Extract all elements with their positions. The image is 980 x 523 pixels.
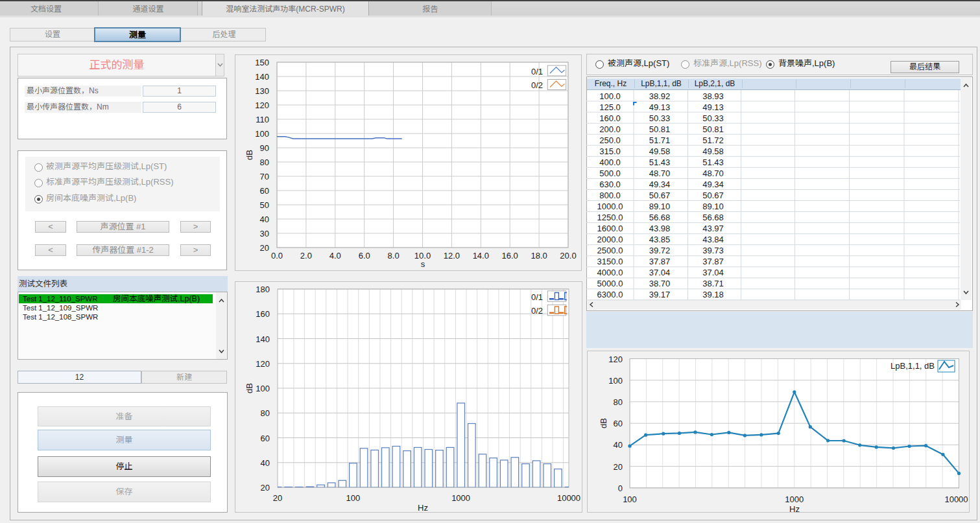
svg-text:0/1: 0/1	[531, 67, 543, 76]
svg-text:80: 80	[261, 408, 270, 418]
svg-text:20.0: 20.0	[560, 251, 576, 261]
svg-text:20: 20	[273, 493, 282, 503]
svg-text:14.0: 14.0	[473, 251, 489, 261]
svg-text:50: 50	[260, 200, 269, 210]
svg-text:80: 80	[260, 157, 269, 167]
svg-text:dB: dB	[245, 150, 254, 160]
svg-text:20: 20	[261, 483, 270, 493]
svg-text:0.0: 0.0	[271, 251, 283, 261]
svg-text:2.0: 2.0	[300, 251, 312, 261]
svg-text:140: 140	[255, 72, 269, 82]
svg-text:0/1: 0/1	[531, 292, 543, 302]
svg-text:18.0: 18.0	[531, 251, 547, 261]
svg-text:60: 60	[614, 419, 623, 428]
svg-text:dB: dB	[245, 383, 254, 393]
svg-text:1000: 1000	[451, 493, 470, 503]
svg-text:100: 100	[623, 494, 637, 504]
svg-text:140: 140	[256, 334, 270, 344]
svg-text:10000: 10000	[557, 493, 580, 503]
svg-text:s: s	[421, 259, 425, 269]
svg-text:100: 100	[608, 376, 623, 386]
svg-text:30: 30	[260, 229, 269, 238]
svg-text:120: 120	[256, 359, 270, 369]
svg-text:Hz: Hz	[789, 504, 800, 513]
svg-text:0/2: 0/2	[531, 80, 543, 90]
svg-text:40: 40	[261, 458, 270, 468]
svg-text:100: 100	[255, 129, 269, 139]
svg-text:70: 70	[260, 172, 269, 181]
svg-text:100: 100	[346, 493, 360, 503]
svg-text:120: 120	[608, 354, 623, 364]
svg-text:20: 20	[260, 243, 269, 253]
svg-text:0: 0	[618, 483, 623, 493]
svg-text:160: 160	[256, 309, 270, 319]
svg-text:60: 60	[261, 434, 270, 443]
svg-text:150: 150	[255, 58, 269, 67]
svg-text:4.0: 4.0	[329, 251, 341, 261]
svg-text:40: 40	[260, 215, 269, 224]
svg-text:110: 110	[256, 115, 269, 124]
svg-text:12.0: 12.0	[444, 251, 460, 261]
svg-text:120: 120	[255, 100, 269, 110]
svg-text:6.0: 6.0	[359, 251, 370, 261]
svg-text:16.0: 16.0	[502, 251, 518, 261]
svg-text:60: 60	[260, 186, 269, 196]
svg-text:8.0: 8.0	[388, 251, 400, 261]
svg-text:LpB,1,1, dB: LpB,1,1, dB	[890, 361, 935, 371]
svg-text:100: 100	[256, 384, 270, 393]
svg-text:Hz: Hz	[418, 503, 428, 513]
svg-text:90: 90	[260, 143, 269, 153]
svg-text:10000: 10000	[944, 494, 968, 504]
svg-text:180: 180	[256, 285, 270, 294]
svg-text:dB: dB	[599, 418, 608, 428]
svg-text:80: 80	[614, 397, 623, 407]
svg-text:1000: 1000	[785, 494, 804, 504]
svg-text:40: 40	[614, 440, 623, 450]
svg-text:20: 20	[614, 462, 623, 472]
svg-text:0/2: 0/2	[531, 306, 543, 316]
svg-text:130: 130	[255, 86, 269, 96]
